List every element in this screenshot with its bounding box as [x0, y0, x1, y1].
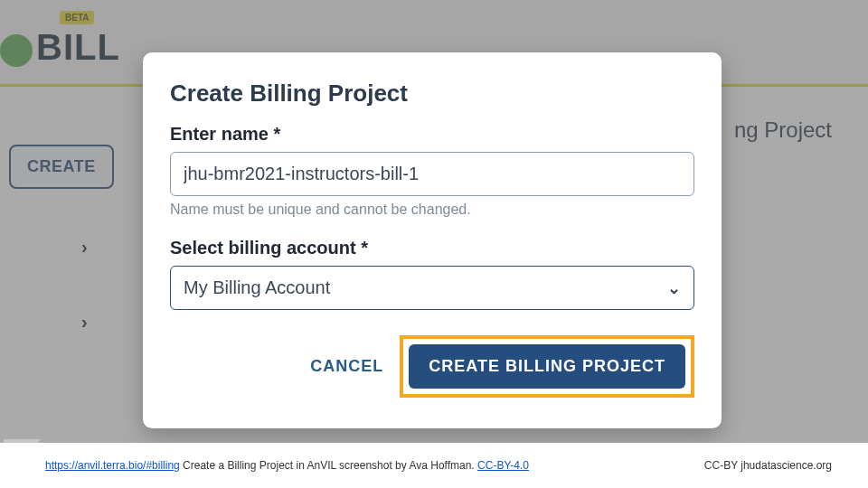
billing-account-label: Select billing account * — [170, 238, 694, 258]
create-billing-project-dialog: Create Billing Project Enter name * Name… — [143, 52, 722, 428]
project-name-input[interactable] — [170, 152, 694, 196]
license-link[interactable]: CC-BY-4.0 — [477, 459, 529, 472]
dialog-title: Create Billing Project — [170, 80, 694, 108]
attribution-footer: https://anvil.terra.bio/#billing Create … — [0, 443, 868, 488]
cancel-button[interactable]: CANCEL — [310, 357, 383, 376]
billing-account-value: My Billing Account — [184, 277, 330, 298]
create-billing-project-button[interactable]: CREATE BILLING PROJECT — [409, 344, 685, 389]
source-url-link[interactable]: https://anvil.terra.bio/#billing — [45, 459, 180, 472]
dialog-actions: CANCEL CREATE BILLING PROJECT — [170, 335, 694, 398]
name-label: Enter name * — [170, 124, 694, 145]
highlight-annotation: CREATE BILLING PROJECT — [400, 335, 694, 398]
name-helper-text: Name must be unique and cannot be change… — [170, 202, 694, 218]
chevron-down-icon: ⌄ — [667, 278, 681, 298]
billing-account-select[interactable]: My Billing Account ⌄ — [170, 266, 694, 310]
caption-text: Create a Billing Project in AnVIL screen… — [180, 459, 477, 472]
attribution-text: CC-BY jhudatascience.org — [704, 459, 832, 472]
